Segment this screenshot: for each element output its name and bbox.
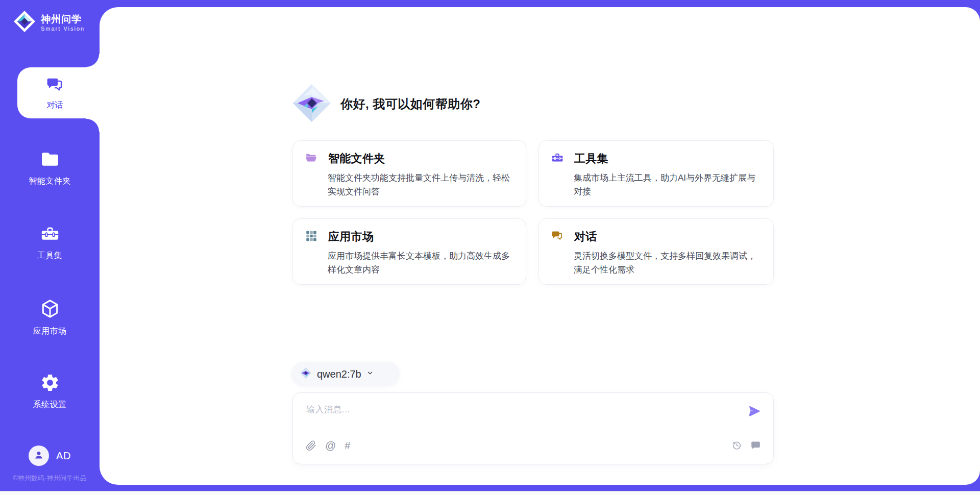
toolbox-icon bbox=[551, 151, 564, 166]
card-description: 灵活切换多模型文件，支持多样回复效果调试，满足个性化需求 bbox=[574, 249, 761, 277]
sidebar-item-toolset[interactable]: 工具集 bbox=[0, 224, 100, 261]
app-grid-icon bbox=[305, 229, 318, 244]
sidebar-item-smart-folder[interactable]: 智能文件夹 bbox=[0, 149, 100, 187]
greeting-header: 你好, 我可以如何帮助你? bbox=[291, 83, 481, 126]
folder-icon bbox=[40, 149, 60, 171]
brand-logo-icon bbox=[13, 10, 36, 35]
brand-name: 神州问学 bbox=[41, 13, 85, 26]
toolbox-icon bbox=[40, 224, 60, 246]
card-description: 集成市场上主流工具，助力AI与外界无缝扩展与对接 bbox=[574, 171, 761, 199]
user-account[interactable]: AD bbox=[0, 445, 100, 466]
card-title: 智能文件夹 bbox=[328, 151, 385, 166]
sidebar: 神州问学 Smart Vision 对话 智能文件夹 bbox=[0, 0, 100, 495]
chat-bubble-icon bbox=[750, 440, 761, 451]
avatar bbox=[29, 445, 49, 466]
mention-button[interactable]: @ bbox=[325, 440, 336, 451]
feature-cards: 智能文件夹 智能文件夹功能支持批量文件上传与清洗，轻松实现文件问答 工具集 集成… bbox=[292, 140, 774, 285]
paperclip-icon bbox=[306, 440, 316, 451]
history-button[interactable] bbox=[731, 440, 742, 451]
card-toolset[interactable]: 工具集 集成市场上主流工具，助力AI与外界无缝扩展与对接 bbox=[538, 140, 774, 207]
greeting-text: 你好, 我可以如何帮助你? bbox=[340, 96, 481, 112]
sidebar-item-label: 工具集 bbox=[37, 251, 63, 261]
card-smart-folder[interactable]: 智能文件夹 智能文件夹功能支持批量文件上传与清洗，轻松实现文件问答 bbox=[292, 140, 526, 207]
sidebar-item-label: 智能文件夹 bbox=[29, 176, 71, 187]
card-title: 对话 bbox=[574, 229, 597, 244]
chat-bubbles-icon bbox=[551, 229, 564, 244]
sidebar-item-app-market[interactable]: 应用市场 bbox=[0, 298, 100, 337]
sidebar-item-label: 应用市场 bbox=[33, 326, 67, 337]
divider bbox=[304, 433, 762, 433]
model-name: qwen2:7b bbox=[317, 368, 361, 380]
history-icon bbox=[731, 440, 742, 451]
send-icon bbox=[748, 404, 761, 417]
topic-button[interactable]: # bbox=[345, 440, 350, 451]
user-initials: AD bbox=[56, 450, 71, 462]
send-button[interactable] bbox=[747, 403, 762, 418]
chat-bubbles-icon bbox=[45, 75, 65, 96]
card-chat[interactable]: 对话 灵活切换多模型文件，支持多样回复效果调试，满足个性化需求 bbox=[538, 218, 774, 285]
model-selector[interactable]: qwen2:7b bbox=[291, 362, 400, 386]
sidebar-item-label: 系统设置 bbox=[33, 400, 67, 410]
person-icon bbox=[33, 449, 45, 463]
card-app-market[interactable]: 应用市场 应用市场提供丰富长文本模板，助力高效生成多样化文章内容 bbox=[292, 218, 526, 285]
gear-icon bbox=[40, 373, 60, 395]
window-bottom-edge bbox=[0, 491, 980, 495]
app-logo-icon bbox=[291, 83, 332, 126]
chevron-down-icon bbox=[366, 369, 374, 379]
sidebar-item-chat[interactable]: 对话 bbox=[17, 67, 100, 118]
sidebar-item-settings[interactable]: 系统设置 bbox=[0, 373, 100, 410]
folder-icon bbox=[305, 151, 318, 166]
cube-icon bbox=[39, 298, 61, 321]
message-input[interactable]: 输入消息... bbox=[306, 404, 738, 415]
brand: 神州问学 Smart Vision bbox=[13, 10, 85, 35]
card-title: 工具集 bbox=[574, 151, 608, 166]
main-panel: 你好, 我可以如何帮助你? 智能文件夹 智能文件夹功能支持批量文件上传与清洗，轻… bbox=[100, 7, 980, 485]
sidebar-item-label: 对话 bbox=[47, 100, 63, 111]
card-description: 智能文件夹功能支持批量文件上传与清洗，轻松实现文件问答 bbox=[328, 171, 514, 199]
message-composer: 输入消息... @ # bbox=[292, 392, 774, 464]
brand-subtitle: Smart Vision bbox=[41, 26, 85, 32]
card-description: 应用市场提供丰富长文本模板，助力高效生成多样化文章内容 bbox=[328, 249, 514, 277]
copyright-text: ©神州数码·神州问学出品 bbox=[0, 474, 100, 483]
card-title: 应用市场 bbox=[328, 229, 374, 244]
attach-file-button[interactable] bbox=[306, 440, 316, 451]
new-chat-button[interactable] bbox=[750, 440, 761, 451]
model-logo-icon bbox=[300, 367, 312, 381]
